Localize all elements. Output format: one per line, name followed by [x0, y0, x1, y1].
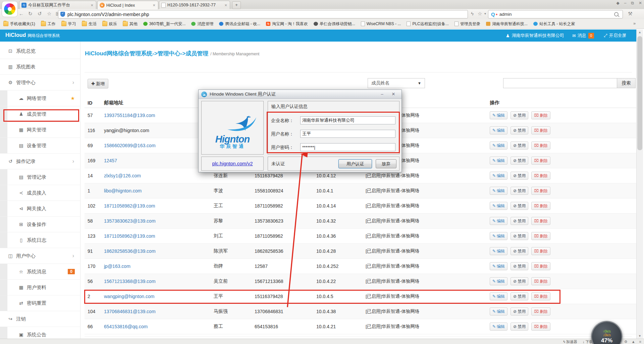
sidebar-item-网络管理[interactable]: ☁网络管理★ [0, 91, 80, 106]
new-tab-button[interactable]: + [232, 1, 241, 9]
bookmark-item[interactable]: 工作 [41, 21, 56, 27]
cell-email[interactable]: 18628258536@139.com [104, 248, 214, 254]
edit-button[interactable]: ✎编辑 [490, 277, 507, 285]
cell-email[interactable]: 15671213368@139.com [104, 279, 214, 284]
refresh-icon[interactable]: ↻ [26, 9, 35, 18]
sidebar-item-成员管理[interactable]: ♟成员管理 [0, 106, 80, 122]
disable-button[interactable]: ⊘禁用 [511, 262, 528, 270]
sidebar-item-系统消息[interactable]: ⍾系统消息0 [0, 264, 80, 280]
dialog-close-icon[interactable]: ✕ [389, 91, 397, 97]
tab-close-icon[interactable]: × [90, 3, 94, 8]
accelerator-button[interactable]: ϟ 加速器 [563, 339, 577, 344]
bookmark-item[interactable]: 其他 [123, 21, 138, 27]
edit-button[interactable]: ✎编辑 [490, 187, 507, 195]
cancel-button[interactable]: 放弃 [376, 159, 396, 168]
sidebar-item-系统总览[interactable]: ⊡系统总览 [0, 43, 80, 59]
sidebar-item-系统日志[interactable]: ▯系统日志 [0, 232, 80, 248]
sidebar-item-网关接入[interactable]: ⊲网关接入 [0, 201, 80, 217]
delete-button[interactable]: ⌧删除 [531, 172, 550, 180]
add-member-button[interactable]: ✚新增 [88, 79, 108, 89]
bookmark-item[interactable]: PLC远程监控|设备... [407, 21, 448, 27]
disable-button[interactable]: ⊘禁用 [511, 126, 528, 134]
tab-close-icon[interactable]: × [224, 3, 228, 8]
delete-button[interactable]: ⌧删除 [531, 262, 550, 270]
bookmark-item[interactable]: 腾讯企业邮箱 - 收... [219, 21, 260, 27]
magnifier-icon[interactable] [614, 12, 619, 16]
edit-button[interactable]: ✎编辑 [490, 157, 507, 165]
restore-icon[interactable]: ⧉ [631, 1, 634, 5]
edit-button[interactable]: ✎编辑 [490, 172, 507, 180]
cell-email[interactable]: 12457 [104, 158, 214, 163]
caret-down-icon[interactable]: ▾ [482, 9, 488, 18]
delete-button[interactable]: ⌧删除 [531, 141, 550, 150]
delete-button[interactable]: ⌧删除 [531, 292, 550, 300]
table-row[interactable]: 66654153816@qq.com蔡工65415381610.0.4.21[已… [85, 319, 636, 334]
edit-button[interactable]: ✎编辑 [490, 307, 507, 316]
sidebar-item-设备操作[interactable]: ⊞设备操作 [0, 217, 80, 232]
wrench-icon[interactable]: ⚒ [626, 9, 634, 18]
disable-button[interactable]: ⊘禁用 [511, 141, 528, 150]
cell-email[interactable]: jp@163.com [104, 264, 214, 269]
edit-button[interactable]: ✎编辑 [490, 126, 507, 134]
browser-logo-icon[interactable] [2, 1, 18, 17]
favorite-star-icon[interactable]: ☆ [45, 9, 53, 18]
history-icon[interactable]: ↺ [36, 9, 44, 18]
sidebar-item-网关管理[interactable]: ▦网关管理 [0, 122, 80, 138]
portal-link[interactable]: plc.hignton.com/v2 [212, 161, 253, 166]
scrollbar-thumb[interactable] [637, 36, 642, 150]
table-row[interactable]: 9118628258536@139.com陈洪军1862825853610.0.… [85, 244, 636, 259]
edit-button[interactable]: ✎编辑 [490, 247, 507, 255]
disable-button[interactable]: ⊘禁用 [511, 247, 528, 255]
bookmark-item[interactable]: 单仁合强移动营销... [314, 21, 355, 27]
edit-button[interactable]: ✎编辑 [490, 292, 507, 300]
sidebar-item-密码重置[interactable]: ⇄密码重置 [0, 295, 80, 311]
disable-button[interactable]: ⊘禁用 [511, 232, 528, 240]
sidebar-item-设备管理[interactable]: ▤设备管理 [0, 138, 80, 154]
edit-button[interactable]: ✎编辑 [490, 141, 507, 150]
table-row[interactable]: 10413706846831@139.com马振强1370684683110.0… [85, 304, 636, 319]
browser-tab[interactable]: ●HiCloud | Index× [97, 1, 158, 9]
bookmark-item[interactable]: 360导航_新一代安... [143, 21, 186, 27]
disable-button[interactable]: ⊘禁用 [511, 172, 528, 180]
filter-select[interactable]: 成员姓名 ▼ [368, 78, 425, 88]
auth-field-input[interactable] [300, 143, 395, 151]
disable-button[interactable]: ⊘禁用 [511, 277, 528, 285]
table-row[interactable]: 10218711058982@139.com王工1871105898210.0.… [85, 198, 636, 214]
disable-button[interactable]: ⊘禁用 [511, 157, 528, 165]
browser-tab[interactable]: H120-1509-1617-2932-77× [159, 1, 230, 9]
sidebar-item-用户资料[interactable]: ▦用户资料 [0, 280, 80, 295]
delete-button[interactable]: ⌧删除 [531, 307, 550, 316]
search-box[interactable]: Q● admin [488, 10, 623, 18]
sidebar-item-操作记录[interactable]: ↺操作记录› [0, 154, 80, 169]
bookmarks-overflow-icon[interactable]: » [633, 21, 636, 26]
member-search-input[interactable] [503, 78, 617, 88]
edit-button[interactable]: ✎编辑 [490, 262, 507, 270]
gear-icon[interactable]: ⚙ [624, 340, 628, 344]
delete-button[interactable]: ⌧删除 [531, 247, 550, 255]
sidebar-item-系统公告[interactable]: ▣系统公告 [0, 327, 80, 339]
delete-button[interactable]: ⌧删除 [531, 217, 550, 225]
auth-field-input[interactable] [300, 130, 395, 138]
disable-button[interactable]: ⊘禁用 [511, 111, 528, 119]
auth-field-input[interactable] [300, 116, 395, 124]
menu-icon[interactable]: ≡ [639, 340, 641, 344]
bookmark-item[interactable]: 娱乐 [102, 21, 117, 27]
up-icon[interactable]: ▲ [632, 340, 635, 344]
cell-email[interactable]: zlxlsy1@126.com [104, 173, 214, 178]
bookmark-item[interactable]: WiseCRM NBS - ... [361, 21, 401, 26]
cell-email[interactable]: wangping@hignton.com [104, 294, 214, 299]
fullscreen-button[interactable]: ⤢ 开启全屏 [604, 30, 626, 42]
close-icon[interactable]: ✕ [639, 1, 642, 5]
scroll-down-icon[interactable]: ▼ [637, 334, 643, 338]
table-row[interactable]: 5615671213368@139.com吴立前1567121336810.0.… [85, 274, 636, 289]
flash-icon[interactable]: ϟ [469, 9, 476, 18]
tab-close-icon[interactable]: × [152, 3, 156, 8]
sidebar-item-系统图表[interactable]: ▥系统图表 [0, 59, 80, 75]
disable-button[interactable]: ⊘禁用 [511, 307, 528, 316]
cell-email[interactable]: 13937551184@139.com [104, 113, 214, 118]
page-scrollbar[interactable]: ▲ ▼ [636, 30, 643, 339]
sidebar-item-用户中心[interactable]: ◫用户中心› [0, 248, 80, 264]
disable-button[interactable]: ⊘禁用 [511, 187, 528, 195]
delete-button[interactable]: ⌧删除 [531, 323, 550, 331]
cell-email[interactable]: 13573830623@139.com [104, 218, 214, 224]
